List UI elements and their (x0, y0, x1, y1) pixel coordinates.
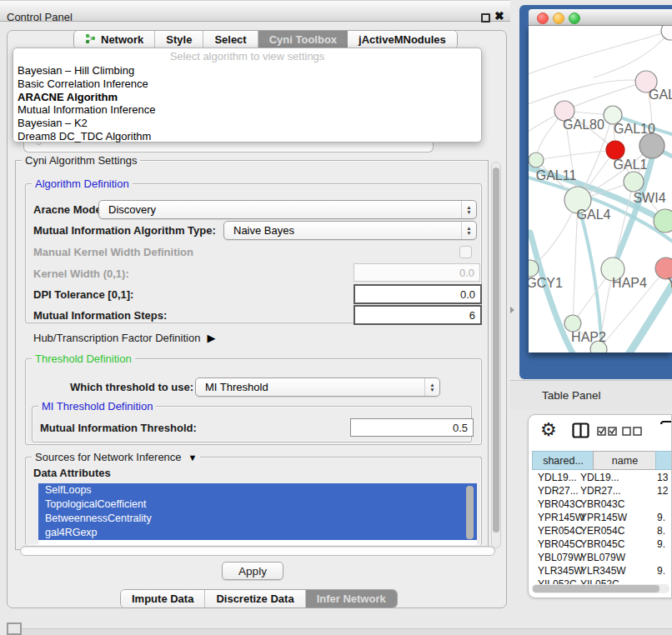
node-label: GAL10 (614, 122, 655, 136)
control-panel-tabbar: Network Style Select Cyni Toolbox jActiv… (73, 30, 458, 49)
list-item[interactable]: TopologicalCoefficient (38, 498, 477, 512)
table-cell[interactable]: 9. (657, 565, 665, 577)
table-cell[interactable]: YPR145W (538, 512, 584, 523)
apply-button[interactable]: Apply (222, 562, 283, 580)
table-cell[interactable]: YER054C (538, 525, 582, 537)
manual-kernel-checkbox[interactable] (459, 246, 472, 258)
minimize-traffic-light-icon[interactable] (553, 12, 564, 24)
dropdown-item[interactable]: Mutual Information Inference (13, 103, 481, 117)
mi-steps-field[interactable]: 6 (354, 305, 482, 325)
which-threshold-combobox[interactable]: MI Threshold ▲▼ (195, 378, 440, 397)
table-cell[interactable]: YDL19... (580, 472, 619, 483)
hub-definition-toggle[interactable]: Hub/Transcription Factor Definition▶ (33, 332, 215, 344)
column-header-partial[interactable] (655, 451, 672, 470)
settings-vertical-scrollbar[interactable] (491, 162, 501, 548)
table-cell[interactable]: YLR345W (538, 565, 584, 577)
tab-select[interactable]: Select (203, 31, 258, 48)
gear-icon[interactable]: ⚙ (540, 419, 557, 441)
dropdown-item[interactable]: Basic Correlation Inference (13, 78, 481, 91)
network-edge (529, 31, 670, 76)
node-hap2[interactable] (564, 315, 581, 332)
table-cell[interactable]: YBR043C (580, 498, 624, 510)
control-panel-titlebar[interactable]: Control Panel ✖ (0, 0, 510, 22)
zoom-traffic-light-icon[interactable] (569, 12, 580, 24)
scrollbar-thumb[interactable] (533, 585, 659, 592)
table-cell[interactable]: YBL079W (580, 552, 625, 563)
kernel-width-field[interactable]: 0.0 (354, 263, 480, 282)
dropdown-items: Bayesian – Hill ClimbingBasic Correlatio… (13, 64, 481, 143)
algorithm-dropdown-list[interactable]: Select algorithm to view settings Bayesi… (13, 48, 482, 142)
aracne-mode-combobox[interactable]: Discovery ▲▼ (98, 200, 477, 219)
table-cell[interactable]: YLR345W (580, 565, 626, 577)
tab-network[interactable]: Network (74, 31, 155, 48)
dropdown-item[interactable]: ARACNE Algorithm (13, 91, 481, 104)
aracne-mode-label: Aracne Mode: (33, 203, 105, 216)
pane-splitter-handle[interactable] (510, 307, 514, 313)
table-cell[interactable]: YBR043C (538, 498, 582, 510)
table-cell[interactable]: YDR27... (538, 485, 579, 497)
mi-type-combobox[interactable]: Naive Bayes ▲▼ (223, 221, 477, 240)
unchecked-checkboxes-icon[interactable] (622, 426, 642, 438)
close-traffic-light-icon[interactable] (537, 12, 549, 24)
table-cell[interactable]: YBR045C (538, 538, 582, 550)
mi-steps-label: Mutual Information Steps: (33, 309, 167, 322)
network-edge (529, 80, 646, 106)
node-gal11[interactable] (529, 152, 544, 168)
float-window-icon[interactable] (481, 13, 490, 22)
node-red[interactable] (606, 141, 624, 159)
kernel-width-label: Kernel Width (0,1): (33, 268, 129, 280)
node-label: GCY1 (529, 276, 563, 290)
sources-group-title[interactable]: Sources for Network Inference▼ (32, 451, 200, 463)
tab-infer-network[interactable]: Infer Network (306, 590, 397, 608)
node-swi4[interactable] (654, 209, 672, 232)
dpi-tolerance-field[interactable]: 0.0 (354, 284, 482, 304)
mi-threshold-field[interactable]: 0.5 (350, 418, 474, 437)
table-cell[interactable]: YPR145W (580, 512, 627, 523)
collapse-down-icon[interactable]: ▼ (188, 452, 198, 462)
split-columns-icon[interactable] (572, 422, 589, 441)
checked-checkboxes-icon[interactable] (597, 426, 617, 438)
dropdown-item[interactable]: Bayesian – K2 (13, 117, 481, 130)
scrollbar-thumb[interactable] (493, 168, 499, 532)
expand-right-icon[interactable]: ▶ (207, 332, 215, 344)
dropdown-item[interactable]: Dream8 DC_TDC Algorithm (13, 130, 481, 143)
tab-discretize-data[interactable]: Discretize Data (205, 590, 305, 608)
list-item[interactable]: gal4RGexp (38, 526, 477, 540)
table-cell[interactable]: 12 (657, 485, 668, 497)
tab-impute-data[interactable]: Impute Data (121, 590, 205, 608)
table-cell[interactable]: YER054C (580, 525, 624, 537)
network-canvas[interactable]: GALGAL80GAL10GAL1GAL11GAL4SWI4GCY1HAP4YH… (529, 26, 672, 352)
mi-threshold-label: Mutual Information Threshold: (40, 422, 197, 434)
node-top-partial[interactable] (661, 26, 672, 40)
minimized-panel-icon[interactable] (7, 622, 22, 635)
column-header-name[interactable]: name (593, 451, 657, 470)
combo-stepper-icon: ▲▼ (424, 378, 439, 396)
document-icon[interactable] (659, 421, 672, 442)
dpi-tolerance-label: DPI Tolerance [0,1]: (33, 288, 133, 301)
table-cell[interactable]: 13 (657, 472, 668, 483)
node-gal1[interactable] (624, 172, 644, 192)
list-item[interactable]: SelfLoops (38, 483, 477, 498)
table-cell[interactable]: YDR27... (580, 485, 621, 497)
table-horizontal-scrollbar[interactable] (532, 584, 669, 593)
tab-cyni-toolbox[interactable]: Cyni Toolbox (258, 31, 348, 48)
list-scrollbar-thumb[interactable] (466, 486, 474, 539)
data-attributes-list[interactable]: SelfLoopsTopologicalCoefficientBetweenne… (38, 483, 477, 545)
dropdown-item[interactable]: Bayesian – Hill Climbing (13, 64, 481, 78)
table-cell[interactable]: 8. (657, 525, 665, 537)
column-header-shared[interactable]: shared... (532, 451, 594, 470)
table-cell[interactable]: YBL079W (538, 552, 583, 563)
close-icon[interactable]: ✖ (494, 9, 504, 22)
tab-style[interactable]: Style (155, 31, 203, 48)
node-gray[interactable] (639, 133, 664, 158)
table-cell[interactable]: 9. (657, 512, 665, 523)
node-label: GAL (649, 88, 672, 102)
table-cell[interactable]: YBR045C (580, 538, 624, 550)
network-window-titlebar[interactable] (529, 9, 672, 26)
tab-jactivemnodules[interactable]: jActiveMNodules (348, 31, 457, 48)
table-panel: ⚙ shared... name YDL19...YDL19...13YDR27… (528, 414, 672, 598)
table-cell[interactable]: YDL19... (538, 472, 577, 483)
settings-horizontal-scrollbar[interactable] (20, 546, 495, 556)
list-item[interactable]: BetweennessCentrality (38, 512, 477, 526)
table-cell[interactable]: 9. (657, 538, 665, 550)
